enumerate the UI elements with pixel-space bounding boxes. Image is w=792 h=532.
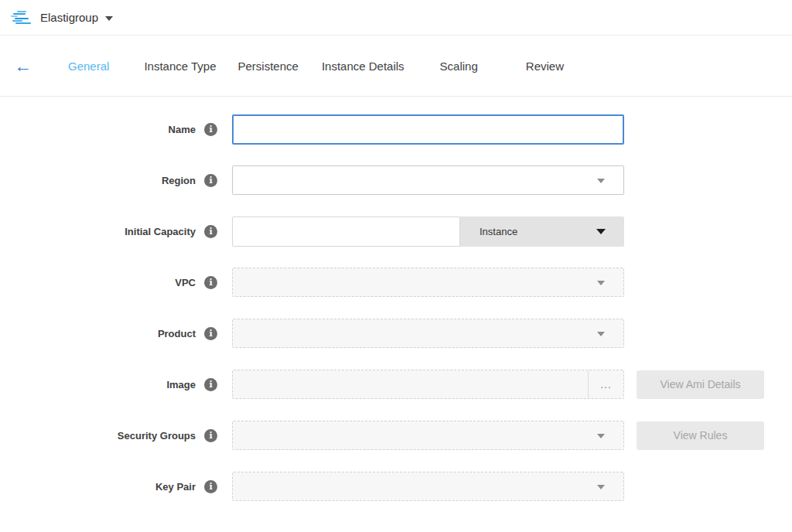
info-glyph: i <box>209 329 212 338</box>
info-icon[interactable]: i <box>204 225 217 238</box>
initial-capacity-input[interactable] <box>232 217 460 247</box>
image-browse-button[interactable]: ... <box>588 370 623 398</box>
info-icon[interactable]: i <box>204 480 217 493</box>
info-icon[interactable]: i <box>204 276 217 289</box>
name-label: Name <box>169 124 196 135</box>
region-label: Region <box>162 175 196 186</box>
form-row-product: Product i <box>0 319 792 348</box>
chevron-down-icon <box>597 434 605 438</box>
chevron-down-icon <box>597 485 605 489</box>
info-glyph: i <box>209 483 212 491</box>
key-pair-label: Key Pair <box>155 481 196 493</box>
info-icon[interactable]: i <box>204 429 217 442</box>
image-label: Image <box>166 379 196 390</box>
form-row-image: Image i ... View Ami Details <box>0 370 792 399</box>
view-ami-details-button[interactable]: View Ami Details <box>637 370 764 399</box>
product-select <box>232 319 624 348</box>
form-row-vpc: VPC i <box>0 268 792 297</box>
general-settings-form: Name i Region i Initial Capacity i <box>0 114 792 501</box>
app-title[interactable]: Elastigroup <box>40 11 98 24</box>
info-icon[interactable]: i <box>204 327 217 340</box>
tab-general[interactable]: General <box>68 60 109 73</box>
capacity-unit-value: Instance <box>480 226 517 237</box>
chevron-down-icon[interactable] <box>105 16 113 21</box>
info-glyph: i <box>209 125 212 134</box>
tab-review[interactable]: Review <box>526 60 564 73</box>
elastigroup-logo-icon <box>11 10 31 26</box>
name-input[interactable] <box>232 114 624 145</box>
info-icon[interactable]: i <box>204 378 217 391</box>
form-row-security-groups: Security Groups i View Rules <box>0 421 792 450</box>
security-groups-label: Security Groups <box>118 430 196 442</box>
info-glyph: i <box>209 278 212 287</box>
security-groups-select <box>232 421 624 450</box>
image-field: ... <box>232 370 624 399</box>
wizard-tabs: General Instance Type Persistence Instan… <box>68 60 564 73</box>
tab-instance-details[interactable]: Instance Details <box>322 60 405 73</box>
vpc-label: VPC <box>175 277 196 288</box>
info-glyph: i <box>209 227 212 236</box>
back-arrow-icon[interactable]: ← <box>14 57 37 75</box>
info-icon[interactable]: i <box>204 174 217 187</box>
tab-instance-type[interactable]: Instance Type <box>144 60 216 73</box>
region-select[interactable] <box>232 165 624 195</box>
tab-scaling[interactable]: Scaling <box>440 60 478 73</box>
vpc-select <box>232 268 624 297</box>
top-bar: Elastigroup <box>0 0 792 36</box>
form-row-name: Name i <box>0 114 792 144</box>
chevron-down-icon <box>596 229 606 234</box>
form-row-key-pair: Key Pair i <box>0 472 792 501</box>
key-pair-select <box>232 472 624 501</box>
info-icon[interactable]: i <box>204 123 217 136</box>
info-glyph: i <box>209 431 212 440</box>
capacity-unit-select[interactable]: Instance <box>460 217 624 247</box>
wizard-tab-bar: ← General Instance Type Persistence Inst… <box>0 36 792 97</box>
form-row-initial-capacity: Initial Capacity i Instance <box>0 217 792 246</box>
info-glyph: i <box>209 380 212 389</box>
tab-persistence[interactable]: Persistence <box>238 60 299 73</box>
initial-capacity-label: Initial Capacity <box>125 226 196 237</box>
form-row-region: Region i <box>0 165 792 195</box>
chevron-down-icon <box>597 179 605 183</box>
image-input <box>233 370 588 398</box>
info-glyph: i <box>209 176 212 185</box>
product-label: Product <box>158 328 196 339</box>
chevron-down-icon <box>597 281 605 285</box>
chevron-down-icon <box>597 332 605 336</box>
view-rules-button[interactable]: View Rules <box>637 421 764 450</box>
